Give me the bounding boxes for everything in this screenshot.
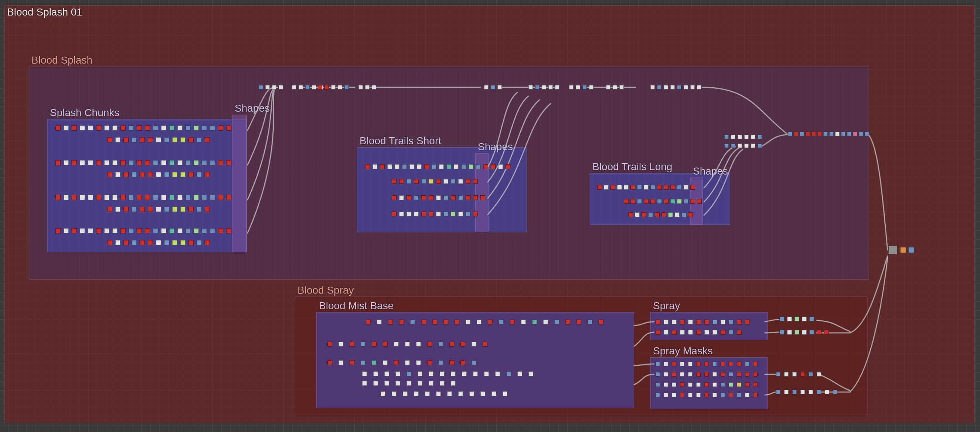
graph-node[interactable] xyxy=(664,185,668,190)
graph-node[interactable] xyxy=(729,362,733,366)
graph-node[interactable] xyxy=(186,228,191,233)
graph-node[interactable] xyxy=(548,85,553,89)
graph-node[interactable] xyxy=(794,132,798,136)
graph-node[interactable] xyxy=(680,372,684,376)
graph-node[interactable] xyxy=(372,164,377,169)
graph-node[interactable] xyxy=(637,199,642,204)
graph-node[interactable] xyxy=(491,164,496,169)
graph-node[interactable] xyxy=(668,212,673,217)
graph-node[interactable] xyxy=(662,212,666,217)
graph-node[interactable] xyxy=(156,172,161,177)
graph-node[interactable] xyxy=(123,172,129,177)
graph-node[interactable] xyxy=(713,320,717,324)
graph-node[interactable] xyxy=(454,164,458,169)
graph-node[interactable] xyxy=(532,320,537,324)
graph-node[interactable] xyxy=(688,362,692,366)
graph-node[interactable] xyxy=(145,160,150,165)
output-node[interactable] xyxy=(908,247,914,253)
graph-node[interactable] xyxy=(817,390,821,394)
graph-node[interactable] xyxy=(488,320,493,324)
graph-node[interactable] xyxy=(429,371,433,376)
graph-node[interactable] xyxy=(148,137,153,142)
graph-node[interactable] xyxy=(582,85,587,89)
graph-node[interactable] xyxy=(188,207,194,212)
graph-node[interactable] xyxy=(384,381,389,386)
graph-node[interactable] xyxy=(104,228,110,233)
graph-node[interactable] xyxy=(96,228,101,233)
graph-node[interactable] xyxy=(405,360,410,365)
graph-node[interactable] xyxy=(121,160,126,165)
graph-node[interactable] xyxy=(635,212,640,217)
graph-node[interactable] xyxy=(56,195,60,200)
graph-node[interactable] xyxy=(425,391,430,396)
graph-node[interactable] xyxy=(56,125,60,131)
graph-node[interactable] xyxy=(72,195,77,200)
graph-node[interactable] xyxy=(172,207,177,212)
graph-node[interactable] xyxy=(680,383,684,387)
graph-node[interactable] xyxy=(210,195,215,200)
graph-node[interactable] xyxy=(137,195,142,200)
graph-node[interactable] xyxy=(684,85,688,89)
graph-node[interactable] xyxy=(140,240,145,245)
graph-node[interactable] xyxy=(672,383,676,387)
graph-node[interactable] xyxy=(528,85,533,89)
graph-node[interactable] xyxy=(458,212,463,216)
graph-node[interactable] xyxy=(80,228,85,233)
graph-node[interactable] xyxy=(137,160,142,165)
graph-node[interactable] xyxy=(421,195,426,200)
graph-node[interactable] xyxy=(380,391,385,396)
graph-node[interactable] xyxy=(145,195,150,200)
graph-node[interactable] xyxy=(543,320,548,324)
graph-node[interactable] xyxy=(205,137,210,142)
graph-node[interactable] xyxy=(406,371,411,376)
graph-node[interactable] xyxy=(589,85,593,89)
graph-node[interactable] xyxy=(569,85,574,89)
graph-node[interactable] xyxy=(808,372,813,376)
graph-node[interactable] xyxy=(713,362,717,366)
graph-node[interactable] xyxy=(372,342,377,347)
graph-node[interactable] xyxy=(197,240,202,245)
graph-node[interactable] xyxy=(847,132,851,136)
graph-node[interactable] xyxy=(644,185,649,190)
graph-node[interactable] xyxy=(421,212,426,216)
graph-node[interactable] xyxy=(194,125,199,131)
graph-node[interactable] xyxy=(471,360,476,365)
graph-node[interactable] xyxy=(394,342,399,347)
graph-node[interactable] xyxy=(328,342,332,347)
graph-node[interactable] xyxy=(169,160,174,165)
graph-node[interactable] xyxy=(680,320,685,324)
graph-node[interactable] xyxy=(186,160,191,165)
graph-node[interactable] xyxy=(655,320,660,324)
graph-node[interactable] xyxy=(210,160,215,165)
graph-node[interactable] xyxy=(205,172,210,177)
graph-node[interactable] xyxy=(444,179,448,184)
graph-node[interactable] xyxy=(745,320,750,324)
graph-node[interactable] xyxy=(451,195,456,200)
graph-node[interactable] xyxy=(696,320,701,324)
graph-node[interactable] xyxy=(414,195,419,200)
graph-node[interactable] xyxy=(680,330,685,335)
graph-node[interactable] xyxy=(724,135,729,139)
graph-node[interactable] xyxy=(776,390,780,394)
graph-node[interactable] xyxy=(664,85,668,89)
graph-node[interactable] xyxy=(180,137,186,142)
graph-node[interactable] xyxy=(696,362,701,366)
graph-node[interactable] xyxy=(737,320,741,324)
node-graph-viewport[interactable]: Blood Splash 01Blood SplashSplash Chunks… xyxy=(0,0,980,432)
graph-node[interactable] xyxy=(123,207,129,212)
graph-node[interactable] xyxy=(729,320,733,324)
graph-node[interactable] xyxy=(156,207,161,212)
graph-node[interactable] xyxy=(399,212,404,216)
graph-node[interactable] xyxy=(112,125,118,131)
graph-node[interactable] xyxy=(164,207,169,212)
graph-node[interactable] xyxy=(80,160,85,165)
graph-node[interactable] xyxy=(414,391,419,396)
graph-node[interactable] xyxy=(664,199,668,204)
graph-node[interactable] xyxy=(177,125,183,131)
graph-node[interactable] xyxy=(672,320,677,324)
graph-node[interactable] xyxy=(576,85,580,89)
graph-node[interactable] xyxy=(64,125,69,131)
graph-node[interactable] xyxy=(651,199,655,204)
graph-node[interactable] xyxy=(132,137,137,142)
graph-node[interactable] xyxy=(554,320,559,324)
